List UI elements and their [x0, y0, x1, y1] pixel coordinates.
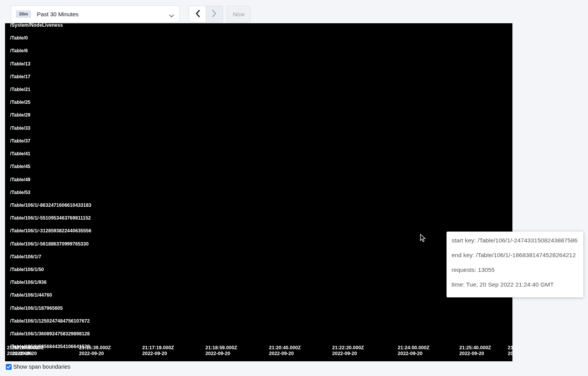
key-visualizer-heatmap[interactable]: /System/NodeLiveness/Table/0/Table/6/Tab…	[5, 23, 512, 361]
heatmap-canvas[interactable]	[5, 23, 512, 361]
show-span-boundaries-label: Show span boundaries	[13, 364, 71, 370]
time-nav-group	[189, 6, 223, 22]
tooltip-end-key: end key: /Table/106/1/-18683814745282642…	[452, 252, 577, 259]
time-range-select[interactable]: 30m Past 30 Minutes	[11, 5, 180, 23]
now-button[interactable]: Now	[227, 6, 250, 22]
show-span-boundaries-checkbox[interactable]	[6, 364, 12, 370]
tooltip-requests: requests: 13055	[452, 266, 577, 273]
toolbar: 30m Past 30 Minutes Now	[0, 0, 588, 23]
prev-time-button[interactable]	[189, 6, 206, 22]
tooltip-time: time: Tue, 20 Sep 2022 21:24:40 GMT	[452, 281, 577, 288]
tooltip-start-key: start key: /Table/106/1/-247433150824388…	[452, 237, 577, 244]
span-tooltip: start key: /Table/106/1/-247433150824388…	[447, 232, 583, 297]
chevron-down-icon	[169, 12, 174, 19]
time-range-label: Past 30 Minutes	[37, 11, 79, 17]
check-icon	[7, 363, 11, 370]
next-time-button[interactable]	[206, 6, 223, 22]
footer: Show span boundaries	[6, 364, 71, 370]
chevron-left-icon	[195, 10, 200, 19]
time-range-badge: 30m	[16, 10, 31, 18]
chevron-right-icon	[212, 10, 217, 19]
